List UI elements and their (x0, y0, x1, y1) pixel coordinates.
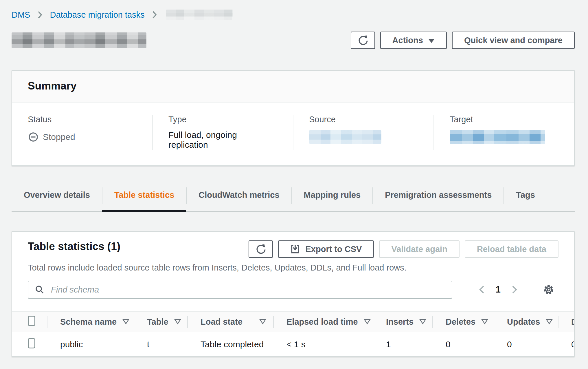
summary-fields: Status Stopped Type Full load, ongoing r… (12, 103, 574, 165)
status-value: Stopped (43, 132, 75, 142)
table-statistics-table: Schema name Table Load state Elapsed loa… (12, 311, 575, 356)
sort-icon (122, 319, 129, 325)
tab-mapping-rules[interactable]: Mapping rules (292, 187, 373, 211)
table-preferences-button[interactable] (539, 283, 558, 296)
table-controls: 1 (12, 273, 574, 299)
column-header-deletes[interactable]: Deletes (433, 312, 494, 332)
previous-page-button[interactable] (474, 284, 489, 295)
refresh-icon (357, 35, 368, 46)
breadcrumb-current-redacted (166, 10, 233, 20)
page-title-redacted (12, 32, 146, 48)
pager-divider (531, 283, 531, 296)
refresh-button[interactable] (351, 32, 375, 49)
type-label: Type (168, 115, 277, 124)
chevron-right-icon (510, 284, 519, 295)
table-header-row: Schema name Table Load state Elapsed loa… (12, 312, 575, 332)
sort-icon (546, 319, 553, 325)
sort-icon (419, 319, 426, 325)
column-header-ddls[interactable]: DDLs (558, 312, 575, 332)
summary-card: Summary Status Stopped Type Full load, o… (12, 70, 575, 166)
target-value-redacted-link[interactable] (450, 130, 545, 144)
column-header-table[interactable]: Table (134, 312, 188, 332)
schema-search-box[interactable] (28, 281, 452, 299)
cell-updates: 0 (494, 332, 558, 356)
summary-field-source: Source (293, 115, 433, 150)
sort-icon (481, 319, 488, 325)
sort-icon (364, 319, 371, 325)
export-to-csv-button[interactable]: Export to CSV (278, 240, 374, 258)
page-header-actions: Actions Quick view and compare (351, 32, 575, 49)
source-value-redacted-link[interactable] (309, 130, 381, 144)
tab-cloudwatch-metrics[interactable]: CloudWatch metrics (186, 187, 291, 211)
dms-task-page: DMS Database migration tasks Actions (0, 0, 588, 357)
type-value: Full load, ongoing replication (168, 130, 277, 150)
table-statistics-buttons: Export to CSV Validate again Reload tabl… (249, 240, 558, 258)
breadcrumb-chevron-icon (152, 10, 157, 19)
column-header-load-state[interactable]: Load state (188, 312, 274, 332)
table-statistics-table-wrap: Schema name Table Load state Elapsed loa… (12, 311, 574, 356)
sort-icon (259, 319, 266, 325)
cell-schema-name: public (47, 332, 134, 356)
cell-deletes: 0 (433, 332, 494, 356)
quick-view-button-label: Quick view and compare (464, 36, 563, 45)
table-statistics-title: Table statistics (1) (28, 240, 120, 253)
export-to-csv-label: Export to CSV (305, 244, 362, 254)
target-label: Target (450, 115, 558, 124)
tab-overview-details[interactable]: Overview details (12, 187, 102, 211)
pagination: 1 (474, 283, 558, 296)
breadcrumb-link-dms[interactable]: DMS (12, 10, 30, 20)
select-all-checkbox[interactable] (28, 316, 35, 326)
table-row: public t Table completed < 1 s 1 0 0 0 (12, 332, 575, 356)
table-statistics-card: Table statistics (1) Export to CSV (12, 231, 575, 357)
caret-down-icon (428, 39, 435, 43)
breadcrumb-chevron-icon (37, 10, 43, 19)
column-header-updates[interactable]: Updates (494, 312, 558, 332)
actions-button[interactable]: Actions (380, 32, 447, 49)
row-checkbox[interactable] (28, 338, 35, 348)
status-label: Status (28, 115, 137, 124)
reload-table-data-label: Reload table data (477, 244, 546, 254)
search-icon (35, 285, 45, 295)
sort-icon (174, 319, 181, 325)
column-header-inserts[interactable]: Inserts (373, 312, 433, 332)
cell-table: t (134, 332, 188, 356)
tab-premigration-assessments[interactable]: Premigration assessments (373, 187, 504, 211)
summary-field-type: Type Full load, ongoing replication (152, 115, 293, 150)
task-detail-tabs: Overview details Table statistics CloudW… (12, 187, 575, 212)
cell-load-state: Table completed (188, 332, 274, 356)
cell-ddls: 0 (558, 332, 575, 356)
source-label: Source (309, 115, 418, 124)
refresh-icon (255, 244, 266, 255)
reload-table-data-button[interactable]: Reload table data (465, 240, 558, 258)
breadcrumb-link-tasks[interactable]: Database migration tasks (50, 10, 144, 20)
find-schema-input[interactable] (50, 285, 445, 295)
summary-card-header: Summary (12, 71, 574, 103)
export-download-icon (290, 244, 300, 254)
summary-title: Summary (28, 80, 558, 92)
table-statistics-description: Total rows include loaded source table r… (12, 258, 574, 273)
breadcrumb: DMS Database migration tasks (12, 9, 575, 21)
row-select-cell (12, 332, 47, 356)
gear-icon (542, 283, 555, 296)
summary-field-status: Status Stopped (12, 115, 152, 150)
cell-elapsed-load-time: < 1 s (274, 332, 373, 356)
quick-view-and-compare-button[interactable]: Quick view and compare (452, 32, 575, 49)
current-page-number: 1 (489, 284, 507, 295)
table-statistics-header: Table statistics (1) Export to CSV (12, 232, 574, 258)
summary-field-target: Target (433, 115, 574, 150)
validate-again-label: Validate again (391, 244, 447, 254)
column-header-schema-name[interactable]: Schema name (47, 312, 134, 332)
chevron-left-icon (478, 284, 486, 295)
validate-again-button[interactable]: Validate again (379, 240, 459, 258)
status-stopped-icon (28, 131, 39, 143)
select-all-header (12, 312, 47, 332)
page-header: Actions Quick view and compare (12, 31, 575, 50)
actions-button-label: Actions (392, 36, 423, 45)
tab-tags[interactable]: Tags (504, 187, 547, 211)
next-page-button[interactable] (507, 284, 522, 295)
tab-table-statistics[interactable]: Table statistics (102, 187, 186, 211)
column-header-elapsed-load-time[interactable]: Elapsed load time (274, 312, 373, 332)
cell-inserts: 1 (373, 332, 433, 356)
table-refresh-button[interactable] (249, 240, 273, 258)
